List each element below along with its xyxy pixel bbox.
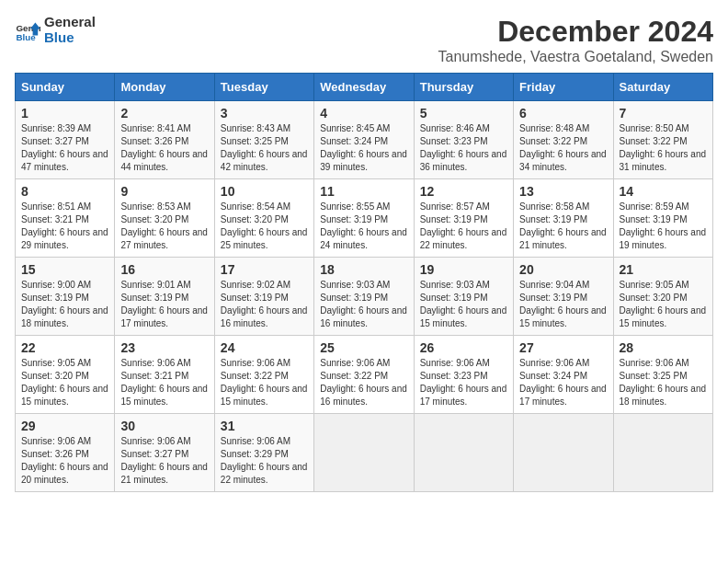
day-number: 22 [21, 340, 108, 355]
day-info: Sunrise: 8:57 AM Sunset: 3:19 PM Dayligh… [420, 201, 507, 252]
day-number: 4 [320, 106, 407, 121]
day-number: 29 [21, 419, 108, 433]
week-row-5: 29 Sunrise: 9:06 AM Sunset: 3:26 PM Dayl… [16, 414, 713, 492]
day-info: Sunrise: 9:06 AM Sunset: 3:22 PM Dayligh… [320, 357, 407, 408]
logo: General Blue General Blue [15, 15, 96, 45]
day-info: Sunrise: 9:06 AM Sunset: 3:23 PM Dayligh… [420, 357, 507, 408]
day-cell: 5 Sunrise: 8:46 AM Sunset: 3:23 PM Dayli… [414, 101, 513, 179]
title-section: December 2024 Tanumshede, Vaestra Goetal… [438, 15, 713, 65]
day-cell [414, 414, 513, 492]
day-info: Sunrise: 9:02 AM Sunset: 3:19 PM Dayligh… [221, 279, 308, 330]
day-number: 5 [420, 106, 507, 121]
day-number: 19 [420, 262, 507, 277]
day-cell: 2 Sunrise: 8:41 AM Sunset: 3:26 PM Dayli… [115, 101, 214, 179]
day-info: Sunrise: 9:06 AM Sunset: 3:27 PM Dayligh… [120, 435, 208, 487]
day-info: Sunrise: 8:46 AM Sunset: 3:23 PM Dayligh… [420, 122, 507, 174]
day-cell: 23 Sunrise: 9:06 AM Sunset: 3:21 PM Dayl… [115, 336, 214, 414]
day-number: 17 [221, 262, 308, 277]
day-info: Sunrise: 9:05 AM Sunset: 3:20 PM Dayligh… [620, 279, 707, 330]
day-cell: 20 Sunrise: 9:04 AM Sunset: 3:19 PM Dayl… [514, 258, 613, 336]
day-cell: 19 Sunrise: 9:03 AM Sunset: 3:19 PM Dayl… [414, 258, 513, 336]
day-number: 21 [620, 262, 707, 277]
day-cell: 22 Sunrise: 9:05 AM Sunset: 3:20 PM Dayl… [16, 336, 115, 414]
day-number: 26 [420, 340, 507, 355]
day-cell [314, 414, 414, 492]
day-cell: 31 Sunrise: 9:06 AM Sunset: 3:29 PM Dayl… [214, 414, 313, 492]
weekday-header-sunday: Sunday [16, 74, 115, 101]
day-info: Sunrise: 8:50 AM Sunset: 3:22 PM Dayligh… [620, 122, 707, 174]
week-row-1: 1 Sunrise: 8:39 AM Sunset: 3:27 PM Dayli… [16, 101, 713, 179]
day-info: Sunrise: 9:06 AM Sunset: 3:22 PM Dayligh… [221, 357, 308, 408]
day-cell: 14 Sunrise: 8:59 AM Sunset: 3:19 PM Dayl… [613, 179, 712, 258]
main-title: December 2024 [438, 15, 713, 49]
day-number: 12 [420, 184, 507, 199]
day-cell: 26 Sunrise: 9:06 AM Sunset: 3:23 PM Dayl… [414, 336, 513, 414]
day-cell: 27 Sunrise: 9:06 AM Sunset: 3:24 PM Dayl… [514, 336, 613, 414]
day-number: 15 [21, 262, 108, 277]
day-cell: 4 Sunrise: 8:45 AM Sunset: 3:24 PM Dayli… [314, 101, 414, 179]
day-number: 2 [120, 106, 208, 121]
day-cell: 10 Sunrise: 8:54 AM Sunset: 3:20 PM Dayl… [214, 179, 313, 258]
weekday-header-friday: Friday [514, 74, 613, 101]
day-number: 10 [221, 184, 308, 199]
day-info: Sunrise: 8:59 AM Sunset: 3:19 PM Dayligh… [620, 201, 707, 252]
weekday-header-saturday: Saturday [613, 74, 712, 101]
day-number: 13 [519, 184, 607, 199]
day-cell: 29 Sunrise: 9:06 AM Sunset: 3:26 PM Dayl… [16, 414, 115, 492]
day-cell: 11 Sunrise: 8:55 AM Sunset: 3:19 PM Dayl… [314, 179, 414, 258]
day-cell: 3 Sunrise: 8:43 AM Sunset: 3:25 PM Dayli… [214, 101, 313, 179]
day-number: 20 [519, 262, 607, 277]
day-info: Sunrise: 9:06 AM Sunset: 3:21 PM Dayligh… [120, 357, 208, 408]
day-info: Sunrise: 8:54 AM Sunset: 3:20 PM Dayligh… [221, 201, 308, 252]
week-row-2: 8 Sunrise: 8:51 AM Sunset: 3:21 PM Dayli… [16, 179, 713, 258]
day-cell: 24 Sunrise: 9:06 AM Sunset: 3:22 PM Dayl… [214, 336, 313, 414]
weekday-header-monday: Monday [115, 74, 214, 101]
day-number: 3 [221, 106, 308, 121]
day-number: 25 [320, 340, 407, 355]
day-info: Sunrise: 8:51 AM Sunset: 3:21 PM Dayligh… [21, 201, 108, 252]
day-info: Sunrise: 9:00 AM Sunset: 3:19 PM Dayligh… [21, 279, 108, 330]
day-info: Sunrise: 9:03 AM Sunset: 3:19 PM Dayligh… [320, 279, 407, 330]
weekday-row: SundayMondayTuesdayWednesdayThursdayFrid… [16, 74, 713, 101]
day-info: Sunrise: 9:03 AM Sunset: 3:19 PM Dayligh… [420, 279, 507, 330]
day-number: 18 [320, 262, 407, 277]
day-cell: 7 Sunrise: 8:50 AM Sunset: 3:22 PM Dayli… [613, 101, 712, 179]
day-info: Sunrise: 8:53 AM Sunset: 3:20 PM Dayligh… [120, 201, 208, 252]
day-number: 23 [120, 340, 208, 355]
day-number: 30 [120, 419, 208, 433]
day-cell: 9 Sunrise: 8:53 AM Sunset: 3:20 PM Dayli… [115, 179, 214, 258]
day-cell: 13 Sunrise: 8:58 AM Sunset: 3:19 PM Dayl… [514, 179, 613, 258]
day-number: 31 [221, 419, 308, 433]
week-row-3: 15 Sunrise: 9:00 AM Sunset: 3:19 PM Dayl… [16, 258, 713, 336]
day-cell: 17 Sunrise: 9:02 AM Sunset: 3:19 PM Dayl… [214, 258, 313, 336]
day-info: Sunrise: 9:01 AM Sunset: 3:19 PM Dayligh… [120, 279, 208, 330]
day-cell: 16 Sunrise: 9:01 AM Sunset: 3:19 PM Dayl… [115, 258, 214, 336]
day-number: 11 [320, 184, 407, 199]
day-info: Sunrise: 8:55 AM Sunset: 3:19 PM Dayligh… [320, 201, 407, 252]
weekday-header-thursday: Thursday [414, 74, 513, 101]
day-info: Sunrise: 9:04 AM Sunset: 3:19 PM Dayligh… [519, 279, 607, 330]
day-info: Sunrise: 8:39 AM Sunset: 3:27 PM Dayligh… [21, 122, 108, 174]
day-number: 8 [21, 184, 108, 199]
day-cell: 1 Sunrise: 8:39 AM Sunset: 3:27 PM Dayli… [16, 101, 115, 179]
day-info: Sunrise: 8:58 AM Sunset: 3:19 PM Dayligh… [519, 201, 607, 252]
calendar: SundayMondayTuesdayWednesdayThursdayFrid… [15, 73, 713, 492]
day-cell: 30 Sunrise: 9:06 AM Sunset: 3:27 PM Dayl… [115, 414, 214, 492]
sub-title: Tanumshede, Vaestra Goetaland, Sweden [438, 49, 713, 65]
day-info: Sunrise: 9:06 AM Sunset: 3:26 PM Dayligh… [21, 435, 108, 487]
day-cell: 12 Sunrise: 8:57 AM Sunset: 3:19 PM Dayl… [414, 179, 513, 258]
weekday-header-wednesday: Wednesday [314, 74, 414, 101]
day-cell: 21 Sunrise: 9:05 AM Sunset: 3:20 PM Dayl… [613, 258, 712, 336]
day-info: Sunrise: 9:06 AM Sunset: 3:24 PM Dayligh… [519, 357, 607, 408]
day-number: 16 [120, 262, 208, 277]
day-number: 9 [120, 184, 208, 199]
day-info: Sunrise: 9:06 AM Sunset: 3:29 PM Dayligh… [221, 435, 308, 487]
day-info: Sunrise: 8:45 AM Sunset: 3:24 PM Dayligh… [320, 122, 407, 174]
day-cell: 8 Sunrise: 8:51 AM Sunset: 3:21 PM Dayli… [16, 179, 115, 258]
day-number: 14 [620, 184, 707, 199]
day-info: Sunrise: 9:05 AM Sunset: 3:20 PM Dayligh… [21, 357, 108, 408]
day-number: 28 [620, 340, 707, 355]
day-cell: 6 Sunrise: 8:48 AM Sunset: 3:22 PM Dayli… [514, 101, 613, 179]
day-info: Sunrise: 8:41 AM Sunset: 3:26 PM Dayligh… [120, 122, 208, 174]
calendar-body: 1 Sunrise: 8:39 AM Sunset: 3:27 PM Dayli… [16, 101, 713, 492]
